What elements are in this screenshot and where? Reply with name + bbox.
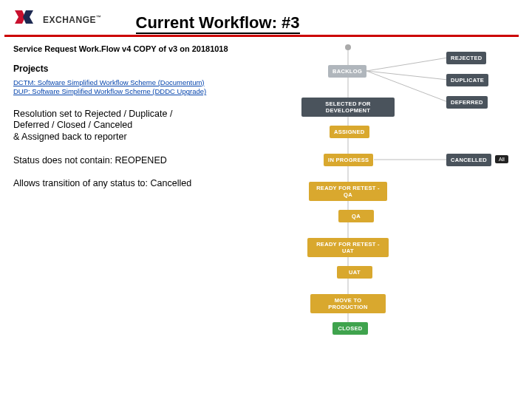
node-cancelled[interactable]: CANCELLED — [446, 154, 491, 166]
node-selected[interactable]: SELECTED FOR DEVELOPMENT — [301, 98, 395, 117]
node-duplicate[interactable]: DUPLICATE — [446, 74, 488, 86]
node-deferred[interactable]: DEFERRED — [446, 96, 488, 109]
transition-note: Allows transition of any status to: Canc… — [13, 178, 250, 190]
node-assigned[interactable]: ASSIGNED — [330, 126, 369, 138]
svg-marker-1 — [23, 10, 33, 24]
all-chip: All — [495, 155, 508, 163]
flow-diagram: BACKLOG REJECTED DUPLICATE DEFERRED SELE… — [256, 44, 523, 369]
exchange-logo-icon — [13, 9, 35, 31]
node-uat[interactable]: UAT — [337, 266, 372, 279]
workflow-version: Service Request Work.Flow v4 COPY of v3 … — [13, 44, 250, 53]
brand-block: EXCHANGE™ — [4, 0, 115, 34]
project-link-dctm[interactable]: DCTM: Software Simplified Workflow Schem… — [13, 78, 250, 87]
node-rejected[interactable]: REJECTED — [446, 52, 486, 64]
node-qa[interactable]: QA — [338, 210, 374, 222]
start-node — [345, 44, 351, 50]
node-inprogress[interactable]: IN PROGRESS — [324, 154, 373, 166]
status-note: Status does not contain: REOPENED — [13, 155, 250, 167]
page-title: Current Workflow: #3 — [136, 13, 300, 34]
node-ready-qa[interactable]: READY FOR RETEST - QA — [309, 182, 387, 201]
node-move-prod[interactable]: MOVE TO PRODUCTION — [310, 294, 386, 313]
flow-connectors — [256, 44, 523, 369]
resolution-note: Resolution set to Rejected / Duplicate /… — [13, 109, 250, 143]
node-backlog[interactable]: BACKLOG — [328, 65, 366, 78]
brand-name: EXCHANGE™ — [43, 15, 102, 25]
node-ready-uat[interactable]: READY FOR RETEST - UAT — [307, 238, 389, 257]
header-bar: EXCHANGE™ Current Workflow: #3 — [4, 0, 519, 37]
node-closed[interactable]: CLOSED — [332, 322, 368, 335]
svg-line-3 — [366, 58, 448, 71]
project-link-dup[interactable]: DUP: Software Simplified Workflow Scheme… — [13, 87, 250, 96]
projects-heading: Projects — [13, 64, 250, 74]
left-column: Service Request Work.Flow v4 COPY of v3 … — [13, 44, 250, 369]
